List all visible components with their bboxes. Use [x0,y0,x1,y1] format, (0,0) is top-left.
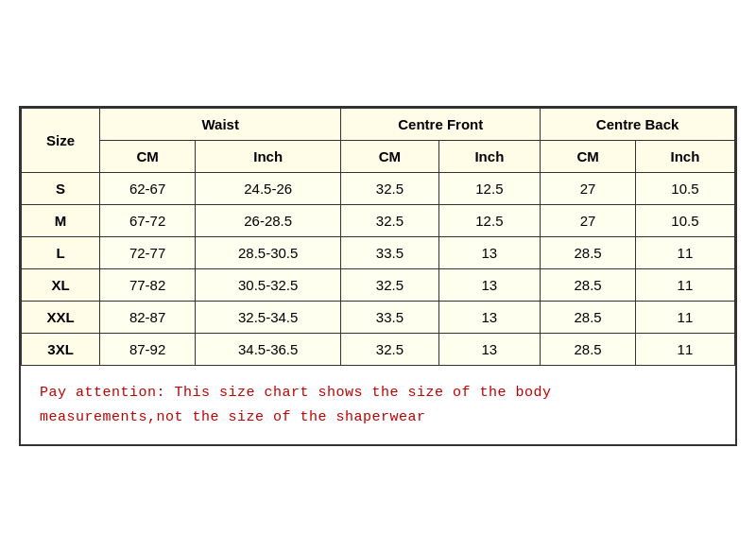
cf-inch-cell: 12.5 [438,173,541,205]
waist-cm-cell: 82-87 [100,302,196,334]
cb-cm-cell: 27 [541,173,636,205]
cb-inch-cell: 10.5 [635,173,734,205]
waist-cm-cell: 67-72 [100,205,196,237]
waist-cm-cell: 62-67 [100,173,196,205]
cf-cm-cell: 32.5 [341,269,438,302]
notice-line2: measurements,not the size of the shaperw… [40,405,716,430]
cf-cm-cell: 33.5 [341,302,438,334]
waist-inch-cell: 24.5-26 [196,173,341,205]
size-cell: L [22,237,100,269]
waist-inch-cell: 28.5-30.5 [196,237,341,269]
waist-cm-header: CM [100,141,196,173]
waist-inch-cell: 26-28.5 [196,205,341,237]
table-row: L 72-77 28.5-30.5 33.5 13 28.5 11 [22,237,735,269]
waist-cm-cell: 87-92 [100,334,196,366]
cf-inch-cell: 12.5 [438,205,541,237]
size-cell: M [22,205,100,237]
cf-inch-cell: 13 [438,334,541,366]
table-row: 3XL 87-92 34.5-36.5 32.5 13 28.5 11 [22,334,735,366]
cf-cm-cell: 32.5 [341,334,438,366]
cf-inch-cell: 13 [438,237,541,269]
size-cell: S [22,173,100,205]
cf-cm-cell: 32.5 [341,173,438,205]
size-chart-container: Size Waist Centre Front Centre Back CM I… [19,106,737,446]
notice-line1: Pay attention: This size chart shows the… [40,381,716,405]
size-cell: XL [22,269,100,302]
cb-cm-cell: 27 [541,205,636,237]
waist-inch-cell: 32.5-34.5 [196,302,341,334]
cf-inch-cell: 13 [438,269,541,302]
waist-cm-cell: 77-82 [100,269,196,302]
size-cell: XXL [22,302,100,334]
waist-inch-header: Inch [196,141,341,173]
centre-front-header: Centre Front [341,109,541,141]
cb-inch-cell: 11 [635,237,734,269]
cb-cm-cell: 28.5 [541,237,636,269]
waist-inch-cell: 34.5-36.5 [196,334,341,366]
cb-inch-header: Inch [635,141,734,173]
cb-cm-cell: 28.5 [541,269,636,302]
waist-cm-cell: 72-77 [100,237,196,269]
cb-inch-cell: 11 [635,302,734,334]
table-row: S 62-67 24.5-26 32.5 12.5 27 10.5 [22,173,735,205]
cb-inch-cell: 11 [635,269,734,302]
table-row: XL 77-82 30.5-32.5 32.5 13 28.5 11 [22,269,735,302]
cf-inch-header: Inch [438,141,541,173]
size-header: Size [22,109,100,173]
cf-cm-header: CM [341,141,438,173]
table-row: XXL 82-87 32.5-34.5 33.5 13 28.5 11 [22,302,735,334]
waist-inch-cell: 30.5-32.5 [196,269,341,302]
size-table: Size Waist Centre Front Centre Back CM I… [21,108,735,366]
cb-cm-cell: 28.5 [541,334,636,366]
cb-cm-cell: 28.5 [541,302,636,334]
cf-cm-cell: 32.5 [341,205,438,237]
cb-inch-cell: 11 [635,334,734,366]
cb-inch-cell: 10.5 [635,205,734,237]
cf-cm-cell: 33.5 [341,237,438,269]
cf-inch-cell: 13 [438,302,541,334]
cb-cm-header: CM [541,141,636,173]
waist-header: Waist [100,109,341,141]
table-row: M 67-72 26-28.5 32.5 12.5 27 10.5 [22,205,735,237]
notice-text: Pay attention: This size chart shows the… [21,366,735,444]
size-cell: 3XL [22,334,100,366]
centre-back-header: Centre Back [541,109,735,141]
